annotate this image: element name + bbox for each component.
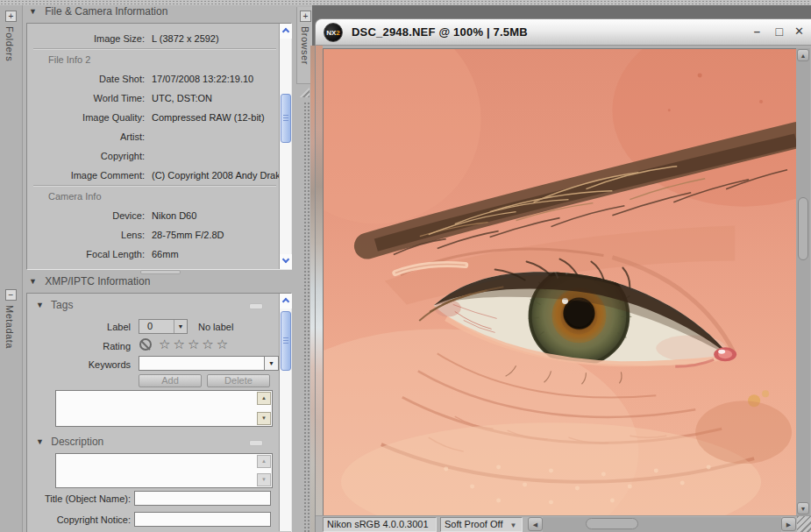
scrollbar-thumb[interactable] xyxy=(281,94,291,143)
nx2-app-icon: NX2 xyxy=(324,23,343,42)
meta-group-heading: Camera Info xyxy=(32,187,277,206)
meta-value: 66mm xyxy=(152,245,179,264)
collapse-triangle-icon: ▼ xyxy=(29,277,37,286)
section-title: File & Camera Information xyxy=(45,5,167,18)
description-minimize-button[interactable] xyxy=(249,440,263,446)
text-scroll-up-button[interactable]: ▲ xyxy=(257,455,271,468)
tags-minimize-button[interactable] xyxy=(249,303,263,309)
meta-value: 28-75mm F/2.8D xyxy=(152,225,224,245)
rating-caption: Rating xyxy=(52,341,131,351)
maximize-button[interactable]: □ xyxy=(776,25,783,39)
meta-value: Compressed RAW (12-bit) xyxy=(152,108,265,127)
title-field[interactable] xyxy=(134,491,271,506)
scroll-down-button[interactable] xyxy=(280,254,292,269)
meta-label: Lens: xyxy=(32,225,145,245)
delete-button[interactable]: Delete xyxy=(207,374,270,387)
meta-label: Focal Length: xyxy=(32,245,145,264)
keywords-dropdown-button[interactable]: ▼ xyxy=(264,356,279,371)
scroll-up-button[interactable]: ▲ xyxy=(797,49,809,61)
chevron-up-icon xyxy=(282,298,289,305)
image-window: NX2 DSC_2948.NEF @ 100% | 7.5MB – □ ✕ xyxy=(316,19,811,532)
list-scroll-down-button[interactable]: ▼ xyxy=(257,412,271,425)
window-left-frame xyxy=(316,46,323,515)
tags-subsection-header[interactable]: ▼ Tags xyxy=(36,299,73,311)
list-scroll-up-button[interactable]: ▲ xyxy=(257,392,271,405)
eye-photo-illustration xyxy=(324,49,796,515)
sidebar-tab-folders[interactable]: Folders xyxy=(4,26,15,61)
chevron-down-icon: ▼ xyxy=(509,521,516,529)
sidebar-tab-metadata[interactable]: Metadata xyxy=(4,305,15,349)
metadata-collapse-icon[interactable]: − xyxy=(5,289,17,301)
meta-row: Focal Length: 66mm xyxy=(32,245,277,264)
meta-value: 17/07/2008 13:22:19.10 xyxy=(152,69,253,89)
panel-scrollbar[interactable] xyxy=(279,24,291,269)
meta-value: (C) Copyright 2008 Andy Drake xyxy=(152,166,286,185)
soft-proof-value: Soft Proof Off xyxy=(445,519,502,529)
file-camera-section-header[interactable]: ▼ File & Camera Information xyxy=(29,5,167,18)
scroll-up-button[interactable] xyxy=(280,294,292,309)
meta-label: World Time: xyxy=(32,89,145,108)
collapse-triangle-icon: ▼ xyxy=(36,437,44,446)
copyright-field-caption: Copyright Notice: xyxy=(27,514,131,525)
xmp-panel: ▼ Tags Label 0 ▼ No label Rating ☆☆☆☆☆ K… xyxy=(26,293,292,532)
label-status-text: No label xyxy=(198,322,233,332)
text-scroll-down-button[interactable]: ▼ xyxy=(257,473,271,486)
scroll-left-button[interactable]: ◀ xyxy=(528,517,543,531)
scroll-right-button[interactable]: ▶ xyxy=(781,517,796,531)
meta-label: Copyright: xyxy=(32,146,145,166)
meta-label: Artist: xyxy=(32,127,145,146)
color-profile-box[interactable]: Nikon sRGB 4.0.0.3001 xyxy=(323,517,437,532)
photo-canvas-eye-macro[interactable] xyxy=(323,48,796,515)
scrollbar-thumb[interactable] xyxy=(281,311,291,371)
meta-value: UTC, DST:ON xyxy=(152,89,212,108)
meta-row: Image Comment: (C) Copyright 2008 Andy D… xyxy=(32,166,277,185)
meta-label: Device: xyxy=(32,206,145,225)
scrollbar-thumb[interactable] xyxy=(798,197,808,260)
image-vertical-scrollbar[interactable]: ▲ ▼ xyxy=(796,48,810,515)
meta-row: Date Shot: 17/07/2008 13:22:19.10 xyxy=(32,69,277,89)
meta-label: Date Shot: xyxy=(32,69,145,89)
sidebar-tab-browser[interactable]: Browser xyxy=(300,26,310,65)
image-window-titlebar[interactable]: NX2 DSC_2948.NEF @ 100% | 7.5MB – □ ✕ xyxy=(316,19,811,46)
chevron-down-icon: ▼ xyxy=(265,357,278,370)
meta-row: Copyright: xyxy=(32,146,277,166)
minimize-button[interactable]: – xyxy=(754,25,760,38)
soft-proof-dropdown[interactable]: Soft Proof Off▼ xyxy=(440,517,523,532)
label-dropdown-value: 0 xyxy=(147,321,153,331)
add-button[interactable]: Add xyxy=(139,374,202,387)
meta-value: L (3872 x 2592) xyxy=(152,29,219,48)
window-resize-grip[interactable] xyxy=(797,516,811,532)
meta-row: Image Size: L (3872 x 2592) xyxy=(32,29,277,48)
meta-row: Lens: 28-75mm F/2.8D xyxy=(32,225,277,245)
rating-stars[interactable]: ☆☆☆☆☆ xyxy=(159,337,231,351)
panel-splitter-handle[interactable] xyxy=(140,270,181,274)
scroll-down-button[interactable]: ▼ xyxy=(797,502,809,514)
copyright-field[interactable] xyxy=(134,512,271,527)
splitter-grip-icon[interactable] xyxy=(298,86,309,97)
meta-value: Nikon D60 xyxy=(152,206,196,225)
meta-row: World Time: UTC, DST:ON xyxy=(32,89,277,108)
scrollbar-thumb[interactable] xyxy=(586,518,638,529)
close-button[interactable]: ✕ xyxy=(794,25,804,38)
xmp-scrollbar[interactable] xyxy=(279,294,291,531)
keywords-listbox[interactable]: ▲ ▼ xyxy=(55,390,273,427)
title-field-caption: Title (Object Name): xyxy=(27,493,131,504)
description-textarea[interactable]: ▲ ▼ xyxy=(55,453,273,488)
keywords-input[interactable] xyxy=(139,356,265,371)
label-dropdown[interactable]: 0 ▼ xyxy=(139,319,188,334)
browser-expand-icon[interactable]: + xyxy=(300,11,311,22)
meta-label: Image Comment: xyxy=(32,166,145,185)
horizontal-scroll-track[interactable] xyxy=(543,517,781,532)
chevron-down-icon xyxy=(282,256,289,263)
collapse-triangle-icon: ▼ xyxy=(29,7,37,16)
image-window-body: ▲ ▼ Nikon sRGB 4.0.0.3001 Soft Proof Off… xyxy=(316,46,811,532)
xmp-section-header[interactable]: ▼ XMP/IPTC Information xyxy=(29,275,150,287)
no-rating-icon[interactable] xyxy=(139,338,152,351)
folders-expand-icon[interactable]: + xyxy=(5,11,17,22)
subsection-title: Tags xyxy=(51,299,73,311)
scroll-up-button[interactable] xyxy=(280,24,292,39)
meta-group-heading: File Info 2 xyxy=(32,50,277,69)
chevron-down-icon: ▼ xyxy=(174,320,187,333)
description-subsection-header[interactable]: ▼ Description xyxy=(36,436,103,448)
collapse-triangle-icon: ▼ xyxy=(36,301,44,309)
